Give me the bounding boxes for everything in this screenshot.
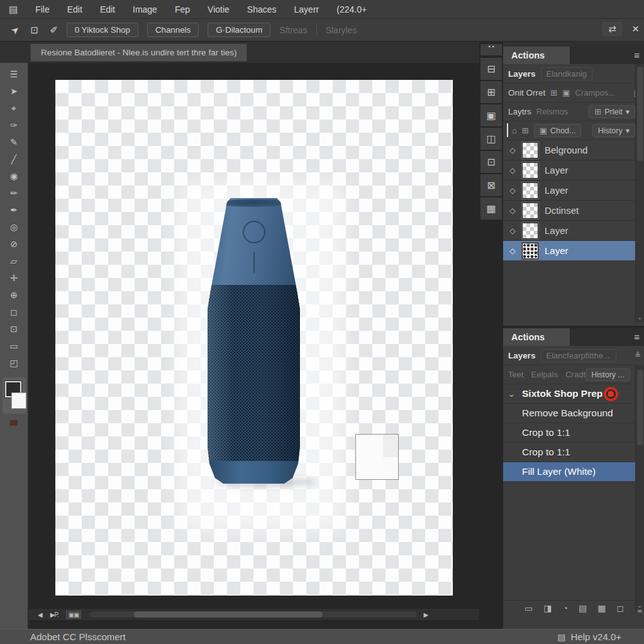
tool-icon[interactable]: ◻ — [6, 307, 22, 317]
tab-actions[interactable]: Actions — [503, 47, 570, 64]
panel-bottom-icon[interactable]: ◻ — [616, 603, 624, 613]
move-cursor-icon[interactable]: ➤ — [9, 23, 22, 37]
help-link[interactable]: Help v24.0+ — [571, 631, 621, 642]
layer-thumbnail[interactable] — [522, 243, 538, 259]
panel-bottom-icon[interactable]: ▤ — [579, 603, 587, 613]
action-row[interactable]: ⌄ Sixtok Shop Prep — [503, 384, 635, 403]
tool-icon[interactable]: ✛ — [6, 273, 22, 283]
tool-icon[interactable]: ⊘ — [6, 239, 22, 249]
tool-icon[interactable]: ▱ — [6, 256, 22, 266]
background-color-swatch[interactable] — [11, 392, 26, 409]
tab-actions-2[interactable]: Actions — [503, 328, 570, 346]
layer-thumbnail[interactable] — [522, 203, 538, 219]
tool-icon[interactable]: ◎ — [6, 222, 22, 232]
tile-chip-icon[interactable]: ▣▣ — [66, 611, 82, 619]
collapse-panels-button[interactable]: ▪ ▪ — [480, 44, 502, 55]
crop-icon[interactable]: ⊡ — [31, 25, 39, 36]
layer-thumbnail[interactable] — [522, 162, 538, 179]
chod-button[interactable]: ▣ Chod... — [534, 124, 582, 137]
tool-icon[interactable]: ✑ — [6, 120, 22, 130]
tool-icon[interactable]: ✏ — [6, 188, 22, 198]
scroll-right-icon[interactable]: ▶ — [423, 611, 428, 618]
record-indicator-icon[interactable] — [604, 387, 618, 401]
collapse-icon[interactable]: ≜ — [635, 351, 641, 360]
preset-button[interactable]: ⊞ Prleit ▾ — [589, 105, 635, 118]
menu-item[interactable]: File — [35, 4, 50, 14]
home-icon[interactable]: ⌂ — [512, 126, 517, 135]
tool-icon[interactable]: ➤ — [6, 86, 22, 96]
chevron-down-icon[interactable]: ⌄ — [637, 314, 642, 321]
visibility-toggle-icon[interactable]: ◇ — [503, 226, 522, 235]
history-button[interactable]: History ▾ — [592, 124, 635, 137]
brush-icon[interactable]: ✐ — [50, 25, 58, 36]
panel-icon-button[interactable]: ▣ — [480, 104, 502, 126]
document-tab[interactable]: Resione Batodlieret - Nlee.is undire ter… — [30, 43, 247, 62]
panel-scrollbar[interactable]: ⌄ — [635, 64, 644, 322]
layer-row[interactable]: ◇ Layer — [503, 160, 635, 180]
chevron-down-icon[interactable]: ⌄ — [637, 602, 642, 609]
history-button-2[interactable]: History ... — [586, 369, 630, 381]
tool-icon[interactable]: ✒ — [6, 205, 22, 215]
layer-thumbnail[interactable] — [522, 223, 538, 239]
chevron-down-icon[interactable]: ⌄ — [508, 389, 515, 399]
menu-item[interactable]: Shaces — [247, 4, 277, 14]
panel-scrollbar-thumb[interactable] — [637, 67, 643, 161]
visibility-toggle-icon[interactable]: ◇ — [503, 206, 522, 215]
panel-bottom-icon[interactable]: ▭ — [525, 603, 533, 613]
tool-icon[interactable]: ╱ — [6, 154, 22, 164]
panel-bottom-icon[interactable]: ◔ — [562, 603, 567, 613]
menu-item[interactable]: (224.0+ — [336, 4, 367, 14]
action-row[interactable]: Fill Layer (White) — [503, 462, 635, 481]
color-swatches[interactable] — [3, 377, 26, 414]
options-button[interactable]: 0 Yiktock Shop — [67, 23, 138, 37]
horizontal-scrollbar[interactable]: ◀ ▶P. ▣▣ ▶ — [29, 609, 479, 620]
film-icon[interactable]: ▣ — [562, 88, 570, 97]
options-button[interactable]: G·Dilactoum — [208, 23, 270, 37]
panel-icon-button[interactable]: ⊞ — [480, 81, 502, 103]
tool-icon[interactable]: ⌖ — [6, 103, 22, 113]
canvas[interactable] — [55, 80, 453, 596]
play-chip-icon[interactable]: ▶P. — [50, 611, 58, 618]
menu-item[interactable]: Layerr — [294, 4, 319, 14]
tool-icon[interactable]: ☰ — [6, 69, 22, 79]
visibility-toggle-icon[interactable]: ◇ — [503, 186, 522, 195]
action-row[interactable]: Crop to 1:1 — [503, 423, 635, 442]
panel-bottom-icon[interactable]: ◨ — [543, 603, 552, 613]
layer-row[interactable]: ◇ Layer — [503, 220, 635, 240]
layers-search-hint[interactable]: Elancfearpfitthe... — [541, 349, 616, 362]
grid-icon[interactable]: ⊞ — [550, 88, 557, 97]
panel-bottom-icon[interactable]: ▦ — [597, 603, 606, 613]
layer-row[interactable]: ◇ Layer — [503, 180, 635, 200]
visibility-toggle-icon[interactable]: ◇ — [503, 166, 522, 175]
tool-icon[interactable]: ✎ — [6, 137, 22, 147]
panel-icon-button[interactable]: ▦ — [480, 197, 502, 219]
grid-icon[interactable]: ⊞ — [522, 126, 529, 135]
panel-icon-button[interactable]: ⊠ — [480, 174, 502, 196]
tool-icon[interactable]: ◰ — [6, 358, 22, 368]
panel-scrollbar-thumb[interactable] — [637, 370, 643, 445]
scrollbar-track[interactable] — [90, 611, 417, 618]
scroll-left-icon[interactable]: ◀ — [38, 611, 43, 618]
options-button[interactable]: Channels — [147, 23, 199, 37]
panel-menu-icon[interactable]: ≡ — [634, 50, 640, 60]
tool-icon[interactable]: ⊡ — [6, 324, 22, 334]
menu-item[interactable]: Edit — [100, 4, 115, 14]
layer-thumbnail[interactable] — [522, 142, 538, 158]
tool-icon[interactable]: ⊕ — [6, 290, 22, 300]
panel-menu-icon[interactable]: ≡ — [634, 331, 640, 342]
menu-item[interactable]: Edit — [67, 4, 82, 14]
close-icon[interactable]: × — [632, 22, 639, 36]
layer-row[interactable]: ◇ Belground — [503, 140, 635, 160]
scrollbar-thumb[interactable] — [134, 611, 323, 618]
visibility-toggle-icon[interactable]: ◇ — [503, 146, 522, 155]
panel-scrollbar-2[interactable]: ⌄ — [635, 366, 644, 610]
menu-item[interactable]: Viotie — [208, 4, 230, 14]
tool-icon[interactable]: ▭ — [6, 341, 22, 351]
visibility-toggle-icon[interactable]: ◇ — [503, 247, 522, 255]
layer-row[interactable]: ◇ Dctinset — [503, 200, 635, 220]
layer-thumbnail[interactable] — [522, 182, 538, 199]
sync-icon[interactable]: ⇄ — [602, 22, 622, 36]
layer-row[interactable]: ◇ Layer — [503, 240, 635, 260]
menu-item[interactable]: Image — [133, 4, 157, 14]
panel-icon-button[interactable]: ⊡ — [480, 151, 502, 173]
